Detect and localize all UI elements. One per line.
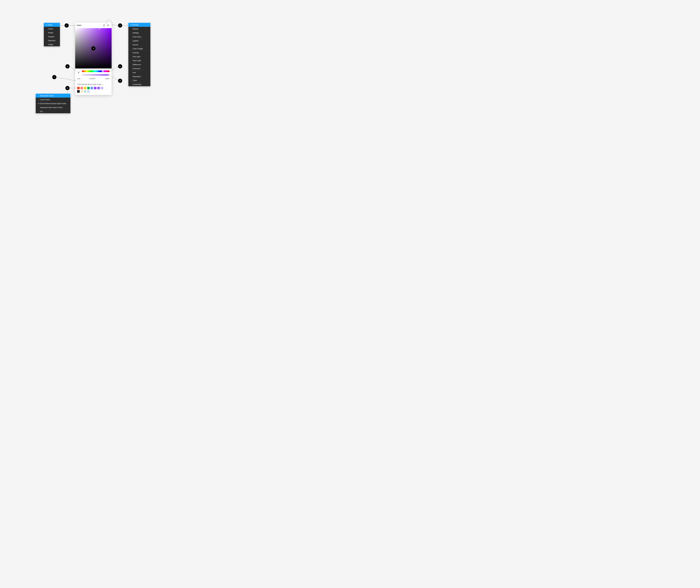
eyedropper-icon bbox=[78, 71, 80, 74]
close-icon: ✕ bbox=[107, 24, 109, 27]
sv-handle[interactable] bbox=[99, 28, 100, 29]
palette-label: 2020 Refresh Brand Style Guide bbox=[77, 83, 101, 85]
callout-badge: 8 bbox=[65, 86, 70, 90]
blend-option-lighten[interactable]: Lighten bbox=[128, 39, 150, 43]
callout-badge: 4 bbox=[65, 64, 70, 68]
blend-option-difference[interactable]: Difference bbox=[128, 63, 150, 67]
callout-badge: 1 bbox=[65, 23, 69, 28]
palette-source-menu[interactable]: Document Colors Local Colors 2020 Refres… bbox=[36, 94, 70, 113]
fill-type-option-label: Diamond bbox=[48, 39, 55, 42]
swatches-grid bbox=[77, 87, 110, 93]
color-swatch[interactable] bbox=[81, 87, 83, 89]
callout-badge: 6 bbox=[118, 79, 122, 83]
fill-type-option-solid[interactable]: Solid bbox=[44, 23, 60, 27]
close-button[interactable]: ✕ bbox=[106, 23, 110, 27]
blend-option-color-burn[interactable]: Color Burn bbox=[128, 35, 150, 39]
hue-handle[interactable] bbox=[102, 70, 104, 72]
callout-badge: 7 bbox=[52, 75, 56, 79]
color-swatch[interactable] bbox=[84, 90, 86, 93]
color-mode-label: Hex bbox=[77, 78, 80, 80]
color-swatch[interactable] bbox=[77, 90, 80, 93]
palette-option-document-colors[interactable]: Document Colors bbox=[36, 94, 70, 98]
droplet-icon bbox=[103, 24, 105, 26]
check-icon bbox=[45, 24, 48, 25]
blend-option-exclusion[interactable]: Exclusion bbox=[128, 67, 150, 70]
blend-option-soft-light[interactable]: Soft Light bbox=[128, 55, 150, 59]
chevron-down-icon bbox=[102, 84, 103, 85]
palette-option-label: Local Colors bbox=[40, 99, 50, 101]
blend-option-screen[interactable]: Screen bbox=[128, 43, 150, 47]
blend-option-overlay[interactable]: Overlay bbox=[128, 51, 150, 55]
fill-type-label: Solid bbox=[77, 24, 81, 26]
color-swatch[interactable] bbox=[101, 87, 103, 89]
color-value-row: Hex A259FF 100% bbox=[75, 77, 112, 82]
palette-option-team-colors[interactable]: Awesome New Team Colors bbox=[36, 105, 70, 109]
blend-option-hue[interactable]: Hue bbox=[128, 71, 150, 74]
fill-type-option-linear[interactable]: Linear bbox=[44, 27, 60, 31]
fill-type-option-label: Angular bbox=[48, 36, 54, 38]
fill-type-menu[interactable]: Solid Linear Radial Angular Diamond Imag… bbox=[44, 23, 60, 46]
fill-type-option-label: Radial bbox=[48, 32, 53, 34]
alpha-input[interactable]: 100% bbox=[103, 78, 110, 80]
palette-option-brand-style-guide[interactable]: 2020 Refresh Brand Style Guide bbox=[36, 101, 70, 105]
blend-option-darken[interactable]: Darken bbox=[128, 27, 150, 31]
blend-option-saturation[interactable]: Saturation bbox=[128, 74, 150, 78]
slider-section bbox=[75, 68, 112, 77]
check-icon bbox=[37, 103, 40, 104]
blend-mode-button[interactable] bbox=[102, 23, 106, 27]
check-icon bbox=[130, 24, 133, 25]
fill-type-option-diamond[interactable]: Diamond bbox=[44, 39, 60, 42]
fill-type-option-radial[interactable]: Radial bbox=[44, 31, 60, 35]
fill-type-option-image[interactable]: Image bbox=[44, 42, 60, 46]
hue-slider[interactable] bbox=[82, 70, 110, 72]
fill-type-option-label: Linear bbox=[48, 28, 53, 30]
blend-option-multiply[interactable]: Multiply bbox=[128, 31, 150, 35]
color-swatch[interactable] bbox=[81, 90, 83, 93]
color-swatch[interactable] bbox=[104, 87, 107, 89]
color-swatch[interactable] bbox=[97, 87, 100, 89]
palette-option-label: 2020 Refresh Brand Style Guide bbox=[40, 102, 66, 105]
color-swatch[interactable] bbox=[84, 87, 86, 89]
chevron-down-icon bbox=[82, 25, 83, 26]
color-swatch[interactable] bbox=[91, 87, 93, 89]
palette-option-local-colors[interactable]: Local Colors bbox=[36, 98, 70, 101]
alpha-handle[interactable] bbox=[108, 74, 110, 76]
palette-option-label: Awesome New Team Colors bbox=[40, 106, 63, 109]
blend-option-normal[interactable]: Normal bbox=[128, 23, 150, 27]
color-library-section: 2020 Refresh Brand Style Guide bbox=[75, 82, 112, 95]
color-picker-panel: Solid ✕ bbox=[75, 23, 112, 95]
palette-option-label: Document Colors bbox=[40, 95, 54, 97]
callout-badge: 3 bbox=[91, 46, 95, 51]
blend-option-label: Normal bbox=[133, 24, 138, 26]
blend-option-color-dodge[interactable]: Color Dodge bbox=[128, 47, 150, 51]
blend-mode-menu[interactable]: Normal Darken Multiply Color Burn Lighte… bbox=[128, 23, 150, 86]
fill-type-option-angular[interactable]: Angular bbox=[44, 35, 60, 39]
eyedropper-button[interactable] bbox=[77, 71, 80, 74]
color-swatch[interactable] bbox=[87, 87, 90, 89]
blend-option-color[interactable]: Color bbox=[128, 78, 150, 82]
fill-type-option-label: Image bbox=[48, 43, 53, 45]
color-swatch[interactable] bbox=[94, 87, 96, 89]
color-swatch[interactable] bbox=[77, 87, 80, 89]
blend-option-luminosity[interactable]: Luminosity bbox=[128, 82, 150, 86]
callout-badge: 5 bbox=[118, 64, 122, 68]
color-mode-dropdown[interactable]: Hex bbox=[77, 78, 82, 80]
chevron-down-icon bbox=[81, 78, 82, 79]
color-swatch[interactable] bbox=[87, 90, 90, 93]
callout-badge: 2 bbox=[118, 23, 122, 28]
palette-option-ui2[interactable]: UI2 bbox=[36, 109, 70, 113]
hex-input[interactable]: A259FF bbox=[83, 78, 101, 80]
color-picker-header: Solid ✕ bbox=[75, 23, 112, 28]
palette-option-label: UI2 bbox=[40, 110, 43, 112]
fill-type-dropdown[interactable]: Solid bbox=[77, 24, 83, 26]
alpha-slider[interactable] bbox=[82, 74, 110, 76]
fill-type-option-label: Solid bbox=[48, 24, 52, 26]
palette-dropdown[interactable]: 2020 Refresh Brand Style Guide bbox=[77, 83, 110, 85]
blend-option-hard-light[interactable]: Hard Light bbox=[128, 59, 150, 62]
